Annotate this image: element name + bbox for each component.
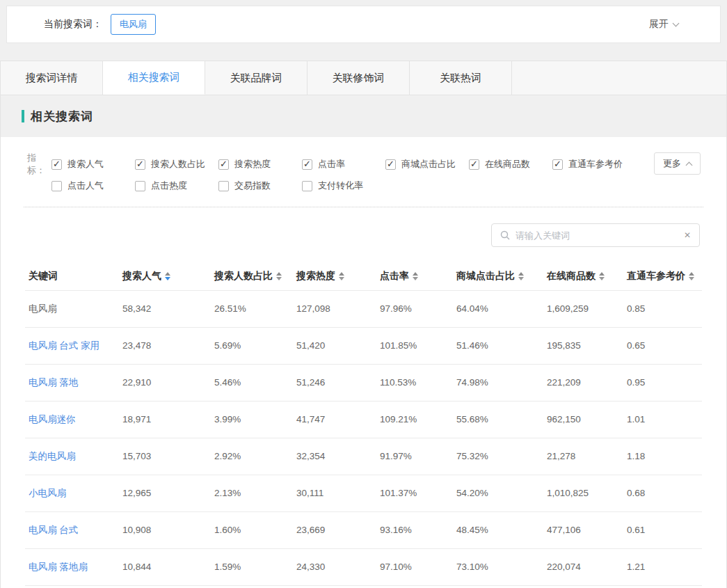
current-search-card: 当前搜索词： 电风扇 展开 (6, 6, 721, 43)
value-cell: 5.46% (211, 364, 293, 401)
checkbox-checked-icon[interactable] (552, 159, 563, 170)
column-header[interactable]: 直通车参考价 (623, 262, 702, 290)
keyword-link[interactable]: 电风扇 台式 (29, 525, 78, 535)
search-term-tag[interactable]: 电风扇 (111, 14, 156, 35)
value-cell: 64.04% (453, 290, 543, 327)
metric-checkbox-item[interactable]: 点击人气 (51, 180, 135, 192)
tab-item-1[interactable]: 相关搜索词 (103, 61, 205, 95)
tab-item-3[interactable]: 关联修饰词 (307, 61, 410, 95)
keyword-cell: 电风扇 落地 (25, 364, 119, 401)
sort-icon[interactable] (518, 272, 524, 280)
metric-checkbox-item[interactable]: 搜索热度 (218, 158, 302, 170)
expand-button[interactable]: 展开 (649, 18, 678, 31)
table-row: 电风扇 落地扇10,8441.59%24,33097.10%73.10%220,… (25, 548, 702, 585)
metric-checkbox-label: 点击率 (318, 158, 345, 170)
metric-checkbox-item[interactable]: 交易指数 (218, 180, 302, 192)
keyword-cell: 小电风扇 (25, 475, 119, 511)
metric-checkbox-label: 在线商品数 (485, 158, 530, 170)
keyword-link[interactable]: 电风扇迷你 (29, 414, 76, 424)
column-header[interactable]: 点击率 (376, 262, 453, 290)
value-cell: 101.85% (376, 327, 453, 364)
value-cell: 10,844 (119, 548, 211, 585)
table-header-row: 关键词搜索人气搜索人数占比搜索热度点击率商城点击占比在线商品数直通车参考价 (25, 262, 702, 290)
keyword-cell: 电风扇迷你 (25, 401, 119, 438)
table-row: 电风扇迷你18,9713.99%41,747109.21%55.68%962,1… (25, 401, 702, 438)
metric-checkbox-item[interactable]: 在线商品数 (469, 158, 552, 170)
value-cell: 18,971 (119, 401, 211, 438)
keyword-link[interactable]: 美的电风扇 (29, 451, 76, 461)
value-cell: 1.21 (623, 548, 702, 585)
metric-checkbox-label: 支付转化率 (318, 180, 363, 192)
column-header[interactable]: 搜索热度 (293, 262, 376, 290)
sort-icon[interactable] (689, 272, 694, 280)
metric-checkbox-item[interactable]: 商城点击占比 (385, 158, 469, 170)
checkbox-checked-icon[interactable] (135, 159, 145, 170)
column-header-label: 关键词 (29, 270, 58, 283)
checkbox-unchecked-icon[interactable] (302, 181, 312, 191)
metric-checkbox-item[interactable]: 搜索人数占比 (135, 158, 218, 170)
value-cell: 10,908 (119, 511, 211, 548)
metric-checkbox-label: 点击人气 (67, 180, 104, 192)
column-header[interactable]: 在线商品数 (543, 262, 623, 290)
value-cell: 15,703 (119, 438, 211, 475)
table-row: 电风扇58,34226.51%127,09897.96%64.04%1,609,… (25, 290, 702, 327)
metric-checkbox-label: 搜索人气 (67, 158, 104, 170)
value-cell: 477,106 (543, 511, 623, 548)
checkbox-checked-icon[interactable] (385, 159, 396, 170)
metric-checkbox-item[interactable]: 直通车参考价 (552, 158, 636, 170)
checkbox-checked-icon[interactable] (302, 159, 312, 170)
value-cell: 195,835 (543, 327, 623, 364)
value-cell: 32,354 (293, 438, 376, 475)
checkbox-unchecked-icon[interactable] (51, 181, 62, 191)
chevron-up-icon (686, 161, 693, 168)
metric-checkbox-item[interactable]: 点击率 (302, 158, 385, 170)
value-cell: 54.20% (453, 475, 543, 511)
checkbox-checked-icon[interactable] (469, 159, 479, 170)
value-cell: 1,010,825 (543, 475, 623, 511)
sort-icon[interactable] (339, 272, 344, 280)
checkbox-unchecked-icon[interactable] (135, 181, 145, 191)
metric-filter-row-1: 指标： 搜索人气搜索人数占比搜索热度点击率商城点击占比在线商品数直通车参考价 (27, 155, 726, 173)
keyword-search-input[interactable] (516, 230, 684, 241)
expand-label: 展开 (649, 18, 669, 31)
value-cell: 2.92% (211, 438, 293, 475)
more-button[interactable]: 更多 (654, 152, 701, 175)
value-cell: 30,111 (293, 475, 376, 511)
metric-checkbox-label: 搜索人数占比 (151, 158, 205, 170)
table-row: 电风扇 台式10,9081.60%23,66993.16%48.45%477,1… (25, 511, 702, 548)
value-cell: 0.68 (623, 475, 702, 511)
keyword-cell: 电风扇 台式 家用 (25, 327, 119, 364)
sort-icon[interactable] (276, 272, 282, 280)
checkbox-checked-icon[interactable] (218, 159, 229, 170)
metric-checkbox-item[interactable]: 点击热度 (135, 180, 218, 192)
value-cell: 0.85 (623, 290, 702, 327)
sort-icon[interactable] (413, 272, 418, 280)
more-label: 更多 (663, 157, 681, 170)
column-header-label: 搜索热度 (296, 270, 335, 283)
sort-icon[interactable] (165, 272, 170, 280)
tab-item-4[interactable]: 关联热词 (410, 61, 512, 95)
sort-icon[interactable] (599, 272, 605, 280)
column-header[interactable]: 搜索人气 (119, 262, 211, 290)
column-header-label: 搜索人气 (122, 270, 161, 283)
value-cell: 91.97% (376, 438, 453, 475)
main-panel: 搜索词详情相关搜索词关联品牌词关联修饰词关联热词 相关搜索词 指标： 搜索人气搜… (0, 61, 727, 588)
clear-icon[interactable]: ✕ (684, 231, 691, 239)
keyword-text: 电风扇 (29, 303, 57, 314)
value-cell: 22,910 (119, 364, 211, 401)
checkbox-unchecked-icon[interactable] (218, 181, 229, 191)
column-header-label: 直通车参考价 (627, 270, 685, 283)
keyword-link[interactable]: 电风扇 落地 (29, 377, 78, 388)
keyword-search-box[interactable]: ✕ (491, 223, 700, 247)
keyword-link[interactable]: 电风扇 落地扇 (29, 562, 88, 572)
metric-checkbox-item[interactable]: 支付转化率 (302, 180, 385, 192)
checkbox-checked-icon[interactable] (51, 159, 62, 170)
value-cell: 26.51% (211, 290, 293, 327)
column-header[interactable]: 商城点击占比 (453, 262, 543, 290)
column-header[interactable]: 搜索人数占比 (211, 262, 293, 290)
keyword-link[interactable]: 电风扇 台式 家用 (29, 340, 99, 351)
metric-checkbox-item[interactable]: 搜索人气 (51, 158, 135, 170)
tab-item-0[interactable]: 搜索词详情 (1, 61, 103, 95)
keyword-link[interactable]: 小电风扇 (29, 488, 66, 498)
tab-item-2[interactable]: 关联品牌词 (205, 61, 307, 95)
